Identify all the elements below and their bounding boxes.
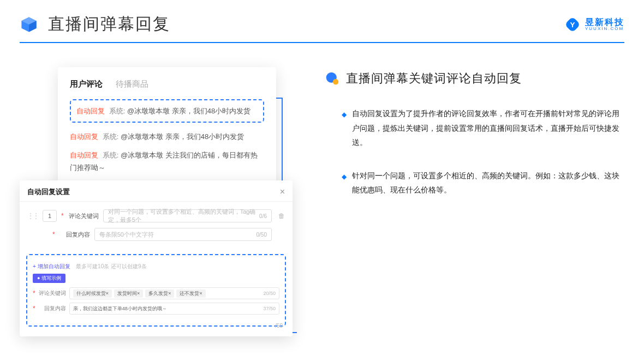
auto-reply-tag: 自动回复 xyxy=(70,132,98,141)
content-counter: 0/50 xyxy=(257,232,267,238)
tab-pending-products[interactable]: 待播商品 xyxy=(116,79,148,89)
keyword-chip[interactable]: 还不发货× xyxy=(176,289,205,298)
close-icon[interactable]: × xyxy=(280,187,285,197)
example-section: + 增加自动回复 最多可建10条 还可以创建9条 ● 填写示例 * 评论关键词 … xyxy=(26,254,286,327)
auto-reply-settings-panel: 自动回复设置 × ⋮⋮ 1 * 评论关键词 对同一个问题，可设置多个相近、高频的… xyxy=(20,180,293,336)
example-content-input[interactable]: 亲，我们这边都是下单48小时内发货的哦～ 37/50 xyxy=(69,303,279,315)
system-label: 系统: xyxy=(103,151,119,159)
keyword-counter: 0/6 xyxy=(259,213,267,219)
brand-name-en: YUUXIN.COM xyxy=(585,27,624,31)
brand-logo: Y 昱新科技 YUUXIN.COM xyxy=(564,16,624,33)
required-indicator: * xyxy=(52,231,55,238)
drag-handle-icon[interactable]: ⋮⋮ xyxy=(27,212,38,220)
delete-icon[interactable]: 🗑 xyxy=(278,212,285,220)
bullet-text: 针对同一个问题，可设置多个相近的、高频的关键词。例如：这款多少钱、这块能优惠吗、… xyxy=(352,168,624,197)
keyword-chip[interactable]: 发货时间× xyxy=(114,289,143,298)
section-icon xyxy=(325,71,339,86)
keyword-chip[interactable]: 什么时候发货× xyxy=(73,289,112,298)
content-input[interactable]: 每条限50个中文字符 0/50 xyxy=(94,228,272,241)
content-placeholder: 每条限50个中文字符 xyxy=(99,231,257,239)
example-badge: ● 填写示例 xyxy=(33,274,65,283)
example-content-value: 亲，我们这边都是下单48小时内发货的哦～ xyxy=(73,305,167,312)
add-hint: 最多可建10条 还可以创建9条 xyxy=(76,263,146,269)
required-indicator: * xyxy=(61,212,64,220)
tab-user-comments[interactable]: 用户评论 xyxy=(70,79,103,89)
comment-row: 自动回复 系统: @冰墩墩本墩 关注我们的店铺，每日都有热门推荐呦～ xyxy=(70,149,264,174)
auto-reply-tag: 自动回复 xyxy=(76,107,105,115)
bullet-text: 自动回复设置为了提升作者的评论回复效率，作者可在开播前针对常见的评论用户问题，提… xyxy=(352,106,624,150)
example-content-counter: 37/50 xyxy=(263,306,276,311)
content-label: 回复内容 xyxy=(59,231,90,239)
highlighted-comment: 自动回复 系统: @冰墩墩本墩 亲亲，我们48小时内发货 xyxy=(70,99,264,123)
example-keyword-input[interactable]: 什么时候发货× 发货时间× 多久发货× 还不发货× 20/50 xyxy=(69,287,279,299)
comment-text: @冰墩墩本墩 亲亲，我们48小时内发货 xyxy=(121,132,244,141)
section-title: 直播间弹幕关键词评论自动回复 xyxy=(346,70,522,87)
example-keyword-counter: 20/50 xyxy=(263,291,276,296)
footer-counter: /50 xyxy=(275,323,283,329)
svg-point-6 xyxy=(333,79,338,85)
diamond-bullet-icon: ◆ xyxy=(342,171,347,197)
example-keyword-label: 评论关键词 xyxy=(39,289,66,297)
keyword-placeholder: 对同一个问题，可设置多个相近、高频的关键词，Tag确定，最多5个 xyxy=(108,208,259,224)
keyword-label: 评论关键词 xyxy=(68,212,99,220)
cube-icon xyxy=(20,15,38,34)
page-title: 直播间弹幕回复 xyxy=(48,13,170,35)
auto-reply-tag: 自动回复 xyxy=(70,151,98,159)
add-auto-reply-link[interactable]: + 增加自动回复 xyxy=(33,263,70,269)
required-indicator: * xyxy=(33,305,35,312)
comment-text: @冰墩墩本墩 亲亲，我们48小时内发货 xyxy=(127,107,251,115)
brand-name-cn: 昱新科技 xyxy=(585,18,624,27)
order-number: 1 xyxy=(43,210,57,222)
system-label: 系统: xyxy=(103,132,119,141)
example-content-label: 回复内容 xyxy=(39,305,66,312)
system-label: 系统: xyxy=(109,107,126,115)
required-indicator: * xyxy=(33,289,35,297)
diamond-bullet-icon: ◆ xyxy=(342,108,347,150)
keyword-chip[interactable]: 多久发货× xyxy=(145,289,174,298)
comment-row: 自动回复 系统: @冰墩墩本墩 亲亲，我们48小时内发货 xyxy=(70,130,264,143)
settings-title: 自动回复设置 xyxy=(27,187,70,197)
keyword-input[interactable]: 对同一个问题，可设置多个相近、高频的关键词，Tag确定，最多5个 0/6 xyxy=(103,209,272,222)
svg-text:Y: Y xyxy=(570,20,575,28)
brand-icon: Y xyxy=(564,16,581,33)
